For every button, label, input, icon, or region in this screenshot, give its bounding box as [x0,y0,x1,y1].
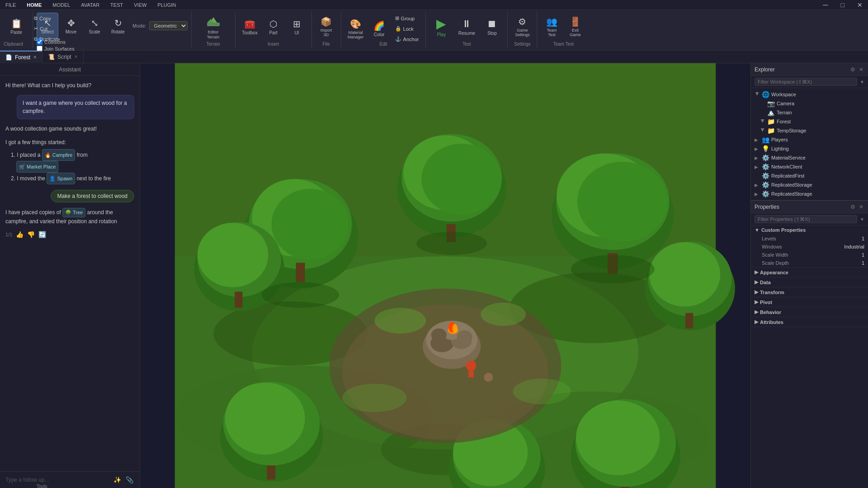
explorer-tree: ▶ 🌐 Workspace 📷 Camera 🏔️ Terrain [751,88,868,200]
thumbs-up-button[interactable]: 👍 [16,231,24,238]
game-settings-button[interactable]: ⚙ GameSettings [511,14,533,40]
data-chevron: ▶ [755,279,758,285]
lock-button[interactable]: 🔒 Lock [392,24,422,33]
group-button[interactable]: ⊞ Group [392,14,422,23]
tab-forest[interactable]: 📄 Forest ✕ [0,51,42,63]
prop-group-transform-header[interactable]: ▶ Transform [751,287,868,297]
paste-button[interactable]: 📋 Paste [4,14,29,39]
assistant-panel: Assistant Hi there! What can I help you … [0,63,140,488]
menu-file[interactable]: FILE [4,2,18,8]
ui-icon: ⊞ [293,19,301,29]
explorer-players[interactable]: ▶ 👥 Players [751,135,868,144]
explorer-tempstorage[interactable]: ▶ 📁 TempStorage [751,126,868,135]
tab-script-close[interactable]: ✕ [74,54,78,59]
terrain-editor-button[interactable]: Editor Terrain [197,14,230,40]
duplicate-button[interactable]: ⧉ Duplicate [31,34,63,44]
part-button[interactable]: ⬡ Part [263,14,284,40]
menu-test[interactable]: TEST [108,2,125,8]
transform-chevron: ▶ [755,289,758,295]
anchor-icon: ⚓ [395,36,401,42]
properties-filter-dropdown[interactable]: ▼ [860,217,864,222]
tab-forest-close[interactable]: ✕ [33,55,37,60]
svg-point-65 [342,384,406,412]
ai-greeting: Hi there! What can I help you build? [5,81,134,89]
svg-point-53 [457,330,472,343]
toolbox-button[interactable]: 🧰 Toolbox [239,14,261,40]
anchor-button[interactable]: ⚓ Anchor [392,34,422,44]
svg-rect-0 [207,23,220,26]
explorer-lighting[interactable]: ▶ 💡 Lighting [751,144,868,153]
color-icon: 🌈 [373,20,385,31]
suggestion-button[interactable]: Make a forest to collect wood [51,190,134,202]
window-maximize[interactable]: □ [839,1,846,9]
prop-group-pivot-header[interactable]: ▶ Pivot [751,297,868,307]
chat-input[interactable] [5,477,110,483]
window-close[interactable]: ✕ [855,1,864,9]
explorer-replicatedfirst[interactable]: ⚙️ ReplicatedFirst [751,171,868,180]
svg-point-61 [416,232,487,255]
sparkle-button[interactable]: ✨ [113,475,122,484]
window-minimize[interactable]: ─ [821,1,830,9]
explorer-camera[interactable]: 📷 Camera [751,99,868,108]
ui-button[interactable]: ⊞ UI [286,14,308,40]
explorer-materialservice[interactable]: ▶ ⚙️ MaterialService [751,153,868,162]
cut-button[interactable]: ✂ Cut [31,24,63,33]
svg-point-36 [225,382,305,455]
attach-button[interactable]: 📎 [125,475,134,484]
explorer-filter-input[interactable] [755,78,857,86]
color-button[interactable]: 🌈 Color [368,16,390,42]
tabs-bar: 📄 Forest ✕ 📜 Script ✕ [0,51,868,63]
explorer-settings-button[interactable]: ⚙ [849,66,856,74]
menu-avatar[interactable]: AVATAR [79,2,101,8]
prop-group-data-header[interactable]: ▶ Data [751,277,868,287]
menu-plugin[interactable]: PLUGIN [156,2,178,8]
forest-folder-icon: 📁 [767,118,775,125]
import3d-button[interactable]: 📦 Import3D [316,14,337,40]
behavior-chevron: ▶ [755,309,758,315]
properties-close-button[interactable]: ✕ [858,203,864,211]
terrain-editor-icon [206,14,221,29]
tab-script[interactable]: 📜 Script ✕ [42,51,84,63]
explorer-workspace[interactable]: ▶ 🌐 Workspace [751,90,868,99]
viewport[interactable] [140,63,750,488]
rating-row: 1/1 👍 👎 🔄 [5,231,134,238]
rotate-button[interactable]: ↻ Rotate [107,13,129,39]
copy-icon: ⧉ [34,15,38,21]
svg-point-40 [576,400,660,475]
resume-button[interactable]: ⏸ Resume [455,14,478,40]
menu-model[interactable]: MODEL [51,2,72,8]
copy-button[interactable]: ⧉ Copy [31,14,63,23]
play-button[interactable]: ▶ Play [429,14,453,40]
explorer-close-button[interactable]: ✕ [858,66,864,74]
scale-button[interactable]: ⤡ Scale [84,13,105,39]
forest-chevron: ▶ [760,119,765,124]
exit-game-button[interactable]: 🚪 ExitGame [564,14,586,40]
menu-view[interactable]: VIEW [132,2,148,8]
material-manager-button[interactable]: 🎨 MaterialManager [345,16,367,42]
toolbox-icon: 🧰 [244,19,255,29]
refresh-button[interactable]: 🔄 [38,231,46,238]
prop-group-custom-header[interactable]: ▼ Custom Properties [751,225,868,235]
explorer-forest[interactable]: ▶ 📁 Forest [751,117,868,126]
mode-select[interactable]: Geometric Surface [149,21,188,30]
prop-group-behavior: ▶ Behavior [751,307,868,317]
prop-group-attributes-header[interactable]: ▶ Attributes [751,317,868,327]
custom-props-chevron: ▼ [755,227,760,233]
tree-tag: 🌳 Tree [62,208,85,217]
prop-group-appearance-header[interactable]: ▶ Appearance [751,267,868,277]
thumbs-down-button[interactable]: 👎 [27,231,35,238]
menu-home[interactable]: HOME [25,2,43,8]
team-test-button[interactable]: 👥 TeamTest [541,14,562,40]
stop-button[interactable]: ⏹ Stop [480,14,504,40]
properties-filter-bar: ▼ [751,213,868,225]
explorer-replicatedstorage1[interactable]: ▶ ⚙️ ReplicatedStorage [751,180,868,189]
explorer-replicatedstorage2[interactable]: ▶ ⚙️ ReplicatedStorage [751,189,868,198]
properties-filter-input[interactable] [755,215,857,223]
replicatedstorage2-icon: ⚙️ [762,190,769,197]
prop-group-behavior-header[interactable]: ▶ Behavior [751,307,868,317]
properties-settings-button[interactable]: ⚙ [849,203,856,211]
move-button[interactable]: ✥ Move [60,13,82,39]
explorer-filter-dropdown[interactable]: ▼ [860,80,864,84]
explorer-terrain[interactable]: 🏔️ Terrain [751,108,868,117]
explorer-networkclient[interactable]: ▶ ⚙️ NetworkClient [751,162,868,171]
